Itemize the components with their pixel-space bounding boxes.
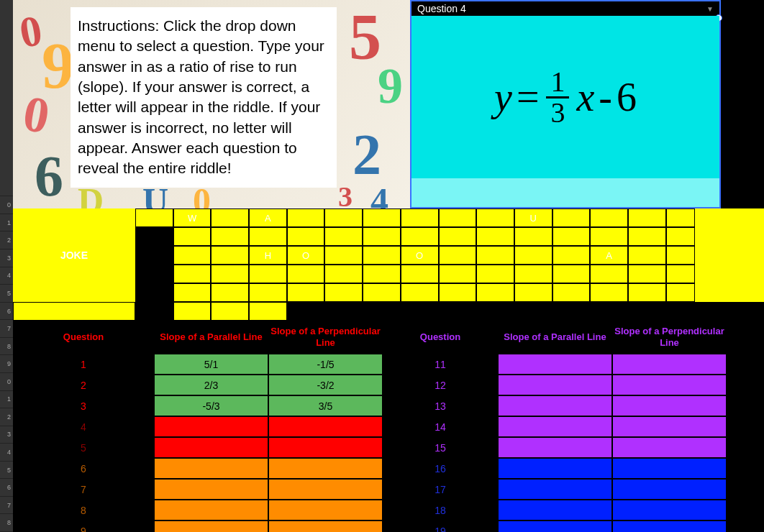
joke-cell: O xyxy=(401,246,439,265)
main-area: 0 9 6 0 D 5 9 2 3 4 3 U 0 Instructions: … xyxy=(13,0,764,532)
row-spacer xyxy=(727,375,764,395)
joke-cell: W xyxy=(173,208,212,227)
perpendicular-input-left[interactable] xyxy=(268,437,383,458)
joke-cell xyxy=(173,283,212,302)
joke-cell xyxy=(552,208,591,227)
question-number-left: 7 xyxy=(13,479,154,500)
joke-cell xyxy=(324,246,363,265)
perpendicular-input-left[interactable] xyxy=(268,458,383,479)
parallel-input-left[interactable] xyxy=(154,416,268,437)
parallel-input-right[interactable] xyxy=(498,458,612,479)
perpendicular-input-left[interactable]: 3/5 xyxy=(268,395,383,416)
joke-cell: U xyxy=(514,208,552,227)
joke-cell xyxy=(514,265,552,283)
question-panel: Question 4 ▼ y = 1 3 x - 6 xyxy=(410,0,721,208)
row-spacer xyxy=(727,416,764,437)
joke-cell xyxy=(287,283,325,302)
joke-cell: O xyxy=(287,246,325,265)
parallel-input-right[interactable] xyxy=(498,354,612,375)
question-number-left: 4 xyxy=(13,416,154,437)
question-dropdown[interactable]: Question 4 ▼ xyxy=(411,1,719,16)
joke-cell xyxy=(324,208,363,227)
joke-cell xyxy=(666,208,695,227)
eq-equals: = xyxy=(517,74,540,120)
parallel-input-right[interactable] xyxy=(498,479,612,500)
perpendicular-input-right[interactable] xyxy=(612,395,727,416)
joke-cell xyxy=(590,208,628,227)
table-row: 15/1-1/511 xyxy=(13,354,764,375)
spacer-right xyxy=(721,0,764,208)
perpendicular-input-right[interactable] xyxy=(612,375,727,395)
table-row: 515 xyxy=(13,437,764,458)
parallel-input-right[interactable] xyxy=(498,437,612,458)
joke-end-yellow xyxy=(695,208,764,302)
hdr-parallel-left: Slope of a Parallel Line xyxy=(154,321,268,354)
row-spacer xyxy=(727,437,764,458)
joke-cell xyxy=(401,283,439,302)
perpendicular-input-right[interactable] xyxy=(612,500,727,520)
parallel-input-left[interactable]: 5/1 xyxy=(154,354,268,375)
perpendicular-input-right[interactable] xyxy=(612,479,727,500)
perpendicular-input-left[interactable]: -1/5 xyxy=(268,354,383,375)
joke-cell xyxy=(324,227,363,246)
eq-numerator: 1 xyxy=(546,68,569,98)
perpendicular-input-left[interactable] xyxy=(268,520,383,532)
eq-denominator: 3 xyxy=(546,98,569,127)
joke-cell xyxy=(590,265,628,283)
joke-cell xyxy=(173,227,212,246)
parallel-input-left[interactable]: 2/3 xyxy=(154,375,268,395)
perpendicular-input-right[interactable] xyxy=(612,458,727,479)
table-row: 818 xyxy=(13,500,764,520)
question-number-right: 19 xyxy=(383,520,498,532)
perpendicular-input-left[interactable] xyxy=(268,500,383,520)
joke-cell xyxy=(628,208,666,227)
dropdown-selected: Question 4 xyxy=(417,3,466,14)
joke-cell xyxy=(287,227,325,246)
parallel-input-right[interactable] xyxy=(498,395,612,416)
perpendicular-input-right[interactable] xyxy=(612,437,727,458)
joke-cell xyxy=(666,283,695,302)
joke-cell xyxy=(552,283,591,302)
joke-cell xyxy=(439,246,477,265)
perpendicular-input-right[interactable] xyxy=(612,520,727,532)
joke-grid: JOKE WAUHOOA xyxy=(13,208,764,321)
joke-cell xyxy=(628,265,666,283)
parallel-input-left[interactable] xyxy=(154,437,268,458)
hdr-spacer xyxy=(727,321,764,354)
joke-cell xyxy=(439,208,477,227)
perpendicular-input-left[interactable] xyxy=(268,416,383,437)
parallel-input-left[interactable] xyxy=(154,500,268,520)
parallel-input-right[interactable] xyxy=(498,375,612,395)
question-number-left: 1 xyxy=(13,354,154,375)
eq-op: - xyxy=(599,74,612,120)
joke-cell xyxy=(173,265,212,283)
joke-cell xyxy=(439,265,477,283)
perpendicular-input-right[interactable] xyxy=(612,416,727,437)
joke-cell xyxy=(211,283,249,302)
parallel-input-left[interactable]: -5/3 xyxy=(154,395,268,416)
joke-cell xyxy=(401,227,439,246)
parallel-input-left[interactable] xyxy=(154,479,268,500)
joke-cell xyxy=(514,227,552,246)
joke-cell xyxy=(552,246,591,265)
joke-cell xyxy=(628,283,666,302)
joke-cell xyxy=(363,246,401,265)
joke-cell xyxy=(514,283,552,302)
table-row: 919 xyxy=(13,520,764,532)
joke-cell xyxy=(173,246,212,265)
parallel-input-right[interactable] xyxy=(498,520,612,532)
perpendicular-input-right[interactable] xyxy=(612,354,727,375)
joke-cell xyxy=(135,208,173,227)
question-number-right: 13 xyxy=(383,395,498,416)
eq-lhs: y xyxy=(494,74,512,120)
parallel-input-left[interactable] xyxy=(154,458,268,479)
parallel-input-right[interactable] xyxy=(498,500,612,520)
joke-cell xyxy=(249,302,287,321)
joke-cell xyxy=(363,208,401,227)
joke-cell xyxy=(590,227,628,246)
perpendicular-input-left[interactable] xyxy=(268,479,383,500)
perpendicular-input-left[interactable]: -3/2 xyxy=(268,375,383,395)
parallel-input-right[interactable] xyxy=(498,416,612,437)
joke-cell xyxy=(514,246,552,265)
parallel-input-left[interactable] xyxy=(154,520,268,532)
